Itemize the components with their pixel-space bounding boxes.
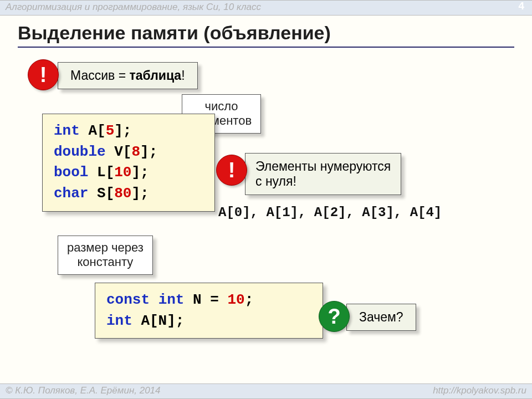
exclamation-badge-icon: ! [28,59,59,90]
note-why: Зачем? [346,304,416,331]
question-badge-icon: ? [319,301,350,332]
code-line: int A[5]; [54,121,203,142]
header-text: Алгоритмизация и программирование, язык … [6,2,261,13]
slide-header: Алгоритмизация и программирование, язык … [0,0,532,16]
note1-pre: Массив = [70,68,130,83]
code-line: const int N = 10; [106,290,311,311]
note-zero-index: Элементы нумеруются с нуля! [245,153,401,195]
code-declarations: int A[5]; double V[8]; bool L[10]; char … [42,114,215,212]
footer-copyright: © К.Ю. Поляков, Е.А. Ерёмин, 2014 [6,385,161,396]
code-line: double V[8]; [54,142,203,163]
note1-post: ! [181,68,185,83]
callout-const-size: размер через константу [58,236,153,275]
code-line: int A[N]; [106,311,311,332]
footer-url: http://kpolyakov.spb.ru [433,385,526,396]
code-const-decl: const int N = 10; int A[N]; [95,283,323,339]
array-indices: A[0], A[1], A[2], A[3], A[4] [218,205,442,220]
code-line: char S[80]; [54,183,203,204]
slide-footer: © К.Ю. Поляков, Е.А. Ерёмин, 2014 http:/… [0,383,532,399]
slide-title: Выделение памяти (объявление) [18,22,331,44]
page-number: 4 [518,0,524,12]
slide: Алгоритмизация и программирование, язык … [0,0,532,399]
note1-bold: таблица [130,68,182,83]
exclamation-badge-icon: ! [216,155,247,186]
code-line: bool L[10]; [54,162,203,183]
title-rule [18,47,514,48]
note-array-table: Массив = таблица! [58,62,198,89]
